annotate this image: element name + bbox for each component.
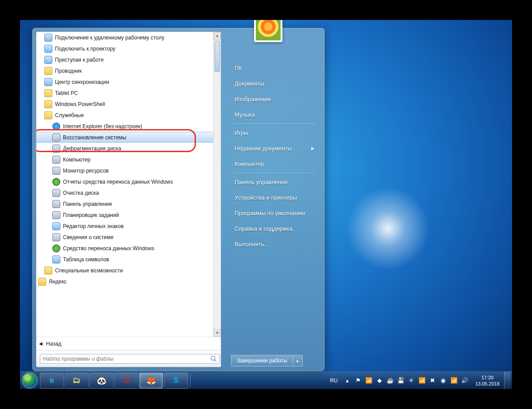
panda-icon: 🐼 <box>97 376 106 385</box>
folder-icon <box>44 267 52 275</box>
show-desktop-button[interactable] <box>504 372 510 389</box>
program-item[interactable]: Internet Explorer (без надстроек) <box>36 121 213 132</box>
back-label: Назад <box>46 341 61 347</box>
program-item[interactable]: Таблица символов <box>36 254 213 265</box>
program-item[interactable]: Монитор ресурсов <box>36 165 213 176</box>
program-item[interactable]: Проводник <box>36 65 213 76</box>
tray-flag-icon[interactable]: ⚑ <box>354 377 362 385</box>
tray-spark-icon[interactable]: ✳ <box>407 377 415 385</box>
program-item[interactable]: Специальные возможности <box>36 265 213 276</box>
places-item[interactable]: Выполнить... <box>231 237 318 251</box>
tray-mute-icon[interactable]: ✖ <box>429 377 437 385</box>
app-icon <box>44 45 52 53</box>
opera-icon: O <box>123 376 129 385</box>
tray-wifi-icon[interactable]: 📶 <box>450 377 458 385</box>
places-item[interactable]: Компьютер <box>231 157 318 171</box>
program-item-label: Подключить к проектору <box>55 46 115 52</box>
program-item[interactable]: Подключить к проектору <box>36 43 213 54</box>
tray-java-icon[interactable]: ☕ <box>386 377 394 385</box>
folder-icon <box>44 111 52 119</box>
taskbar-app-firefox[interactable]: 🦊 <box>139 373 163 389</box>
program-item[interactable]: Сведения о системе <box>36 232 213 243</box>
places-item[interactable]: Музыка <box>231 107 318 122</box>
places-item[interactable]: Устройства и принтеры <box>231 190 318 204</box>
tray-volume-icon[interactable]: 🔊 <box>461 377 469 385</box>
places-item[interactable]: Документы <box>231 76 318 90</box>
tray-floppy-icon[interactable]: 💾 <box>397 377 405 385</box>
program-item-label: Планировщик заданий <box>63 212 119 218</box>
back-icon: ◀ <box>39 341 43 346</box>
back-button[interactable]: ◀ Назад <box>36 337 221 350</box>
taskbar-app-ie[interactable]: e <box>40 373 64 389</box>
places-item-label: Выполнить... <box>235 241 269 248</box>
taskbar-app-opera[interactable]: O <box>114 373 138 389</box>
language-indicator[interactable]: RU <box>328 376 340 385</box>
program-item[interactable]: Средство переноса данных Windows <box>36 243 213 254</box>
places-item[interactable]: Изображения <box>231 92 318 106</box>
program-item[interactable]: Компьютер <box>36 154 213 165</box>
tray-orange-icon[interactable]: ◉ <box>439 377 447 385</box>
places-item-label: Музыка <box>235 111 255 118</box>
shutdown-options-arrow[interactable]: ▸ <box>293 355 303 366</box>
program-item-label: Восстановление системы <box>63 134 126 141</box>
program-item-label: Центр синхронизации <box>55 79 109 85</box>
shutdown-split-button[interactable]: Завершение работы ▸ <box>231 355 303 366</box>
program-item[interactable]: Планировщик заданий <box>36 209 213 220</box>
program-item[interactable]: Tablet PC <box>36 87 213 98</box>
program-item[interactable]: Панель управления <box>36 198 213 209</box>
folder-icon <box>38 278 46 286</box>
program-item-label: Яндекс <box>49 279 66 285</box>
start-button[interactable] <box>20 372 39 389</box>
sys-icon <box>52 211 60 219</box>
windows-orb-icon <box>22 373 37 388</box>
program-item-label: Tablet PC <box>55 90 78 96</box>
program-item[interactable]: Редактор личных знаков <box>36 220 213 232</box>
ie-icon <box>52 122 60 130</box>
places-item[interactable]: Справка и поддержка <box>231 221 318 236</box>
taskbar-app-explorer[interactable]: 🗂 <box>65 373 89 389</box>
tray-vidalia-icon[interactable]: ◆ <box>376 377 383 385</box>
program-item[interactable]: Центр синхронизации <box>36 76 213 87</box>
places-item[interactable]: ПК <box>231 61 318 75</box>
program-item-label: Специальные возможности <box>55 267 123 274</box>
program-item[interactable]: Подключение к удаленному рабочему столу <box>36 32 213 43</box>
programs-scrollbar[interactable]: ▲ ▼ <box>213 32 221 337</box>
sys-icon <box>52 189 60 197</box>
shutdown-button[interactable]: Завершение работы <box>231 355 293 366</box>
sys-icon <box>52 145 60 153</box>
program-item[interactable]: Дефрагментация диска <box>36 143 213 154</box>
program-item-label: Проводник <box>55 68 82 74</box>
app-icon <box>44 78 52 86</box>
program-item-label: Очистка диска <box>63 190 99 196</box>
program-item-label: Редактор личных знаков <box>63 223 124 229</box>
tray-signal-icon[interactable]: 📶 <box>418 377 426 385</box>
app-icon <box>44 34 52 42</box>
places-item[interactable]: Игры <box>231 126 318 140</box>
search-input[interactable] <box>40 354 220 364</box>
places-item[interactable]: Программы по умолчанию <box>231 206 318 220</box>
places-item[interactable]: Недавние документы▶ <box>231 141 318 155</box>
program-item[interactable]: Очистка диска <box>36 187 213 198</box>
program-item[interactable]: Отчеты средства переноса данных Windows <box>36 176 213 187</box>
taskbar-app-skype[interactable]: S <box>164 373 188 389</box>
folder-icon <box>44 67 52 75</box>
places-item-label: Недавние документы <box>235 145 292 152</box>
program-item[interactable]: Приступая к работе <box>36 54 213 65</box>
system-tray: RU ▴⚑📶◆☕💾✳📶✖◉📶🔊 17:20 13.05.2018 <box>328 372 512 389</box>
tray-tray-up-icon[interactable]: ▴ <box>344 377 352 385</box>
scrollbar-thumb[interactable] <box>215 41 220 72</box>
clock[interactable]: 17:20 13.05.2018 <box>473 374 502 387</box>
places-item[interactable]: Панель управления <box>231 175 318 189</box>
program-item[interactable]: Восстановление системы <box>36 132 213 143</box>
program-item[interactable]: Windows PowerShell <box>36 98 213 110</box>
program-item[interactable]: Служебные <box>36 110 213 121</box>
desktop[interactable]: Подключение к удаленному рабочему столуП… <box>20 20 512 389</box>
taskbar-app-panda[interactable]: 🐼 <box>90 373 113 389</box>
submenu-arrow-icon: ▶ <box>311 146 315 151</box>
program-item-label: Монитор ресурсов <box>63 168 109 174</box>
scrollbar-up-arrow[interactable]: ▲ <box>214 32 221 39</box>
program-item[interactable]: Яндекс <box>36 276 213 287</box>
explorer-icon: 🗂 <box>73 376 81 385</box>
scrollbar-down-arrow[interactable]: ▼ <box>214 329 221 337</box>
tray-network-icon[interactable]: 📶 <box>365 377 373 385</box>
